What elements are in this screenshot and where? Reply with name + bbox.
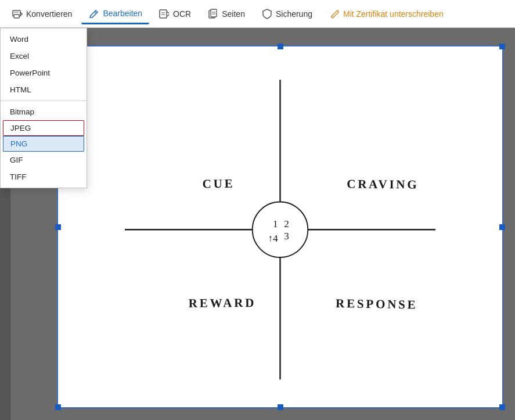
- handle-left-mid[interactable]: [55, 224, 61, 230]
- svg-text:2: 2: [284, 218, 289, 229]
- divider-1: [1, 100, 87, 101]
- toolbar: Konvertieren Bearbeiten OCR: [0, 0, 515, 28]
- toolbar-konvertieren-label: Konvertieren: [26, 9, 72, 19]
- dropdown-word[interactable]: Word: [1, 31, 87, 48]
- toolbar-sicherung-label: Sicherung: [276, 9, 312, 19]
- svg-text:REWARD: REWARD: [189, 296, 256, 310]
- toolbar-zertifikat-label: Mit Zertifikat unterschreiben: [343, 9, 444, 19]
- svg-rect-1: [14, 15, 19, 18]
- handle-bottom-mid[interactable]: [278, 404, 283, 410]
- dropdown-excel[interactable]: Excel: [1, 48, 87, 64]
- shield-icon: [261, 8, 273, 20]
- toolbar-ocr-label: OCR: [173, 9, 191, 19]
- svg-line-3: [95, 12, 96, 13]
- dropdown-menu: Word Excel PowerPoint HTML Bitmap JPEG P…: [0, 28, 87, 188]
- toolbar-seiten-label: Seiten: [222, 9, 245, 19]
- handle-right-mid[interactable]: [499, 224, 505, 230]
- dropdown-jpeg[interactable]: JPEG: [3, 120, 84, 136]
- handle-bottom-right[interactable]: [499, 404, 505, 410]
- pen-icon: [329, 8, 340, 20]
- svg-text:CUE: CUE: [202, 177, 235, 191]
- svg-text:1: 1: [273, 218, 278, 229]
- toolbar-seiten[interactable]: Seiten: [200, 5, 252, 23]
- toolbar-zertifikat[interactable]: Mit Zertifikat unterschreiben: [322, 5, 451, 23]
- dropdown-powerpoint[interactable]: PowerPoint: [1, 64, 87, 81]
- svg-text:↑4: ↑4: [268, 233, 278, 244]
- handle-top-mid[interactable]: [278, 44, 283, 49]
- edit-icon: [88, 8, 100, 19]
- svg-point-13: [253, 202, 308, 258]
- handle-top-right[interactable]: [499, 44, 505, 49]
- pdf-page[interactable]: 1 2 3 ↑4 CUE CRAVING REWARD RESPONSE: [57, 45, 503, 408]
- dropdown-tiff[interactable]: TIFF: [1, 168, 87, 185]
- svg-text:RESPONSE: RESPONSE: [336, 296, 418, 311]
- toolbar-sicherung[interactable]: Sicherung: [254, 5, 319, 23]
- svg-text:3: 3: [284, 231, 289, 242]
- svg-text:CRAVING: CRAVING: [347, 177, 419, 192]
- dropdown-html[interactable]: HTML: [1, 81, 87, 98]
- diagram-svg: 1 2 3 ↑4 CUE CRAVING REWARD RESPONSE: [58, 46, 502, 407]
- toolbar-konvertieren[interactable]: Konvertieren: [5, 5, 79, 23]
- dropdown-gif[interactable]: GIF: [1, 152, 87, 168]
- main-area: Word Excel PowerPoint HTML Bitmap JPEG P…: [0, 28, 515, 420]
- convert-icon: [12, 8, 23, 20]
- handle-bottom-left[interactable]: [55, 404, 61, 410]
- dropdown-bitmap[interactable]: Bitmap: [1, 103, 87, 120]
- dropdown-png[interactable]: PNG: [3, 136, 84, 152]
- ocr-icon: [159, 8, 170, 20]
- svg-rect-4: [160, 10, 167, 18]
- pages-icon: [207, 8, 219, 20]
- toolbar-ocr[interactable]: OCR: [152, 5, 198, 23]
- toolbar-bearbeiten-label: Bearbeiten: [103, 9, 142, 18]
- toolbar-bearbeiten[interactable]: Bearbeiten: [81, 4, 149, 24]
- svg-rect-8: [211, 9, 217, 17]
